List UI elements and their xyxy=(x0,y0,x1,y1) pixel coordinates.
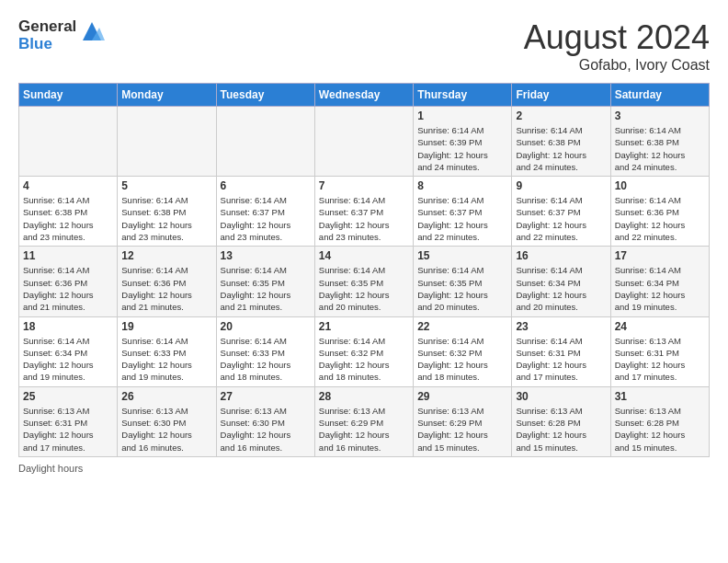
day-number: 29 xyxy=(417,390,507,403)
day-number: 18 xyxy=(23,320,113,333)
day-info: Sunrise: 6:14 AM Sunset: 6:38 PM Dayligh… xyxy=(23,194,113,243)
day-number: 4 xyxy=(23,179,113,192)
day-header-monday: Monday xyxy=(118,84,216,107)
day-number: 27 xyxy=(221,390,311,403)
calendar-cell: 29Sunrise: 6:13 AM Sunset: 6:29 PM Dayli… xyxy=(414,386,512,456)
day-info: Sunrise: 6:13 AM Sunset: 6:30 PM Dayligh… xyxy=(221,405,311,454)
day-info: Sunrise: 6:14 AM Sunset: 6:32 PM Dayligh… xyxy=(417,335,507,384)
day-info: Sunrise: 6:14 AM Sunset: 6:35 PM Dayligh… xyxy=(221,264,311,313)
calendar-cell: 31Sunrise: 6:13 AM Sunset: 6:28 PM Dayli… xyxy=(610,386,709,456)
day-info: Sunrise: 6:13 AM Sunset: 6:31 PM Dayligh… xyxy=(615,335,705,384)
day-number: 23 xyxy=(516,320,606,333)
day-info: Sunrise: 6:14 AM Sunset: 6:37 PM Dayligh… xyxy=(221,194,311,243)
day-info: Sunrise: 6:13 AM Sunset: 6:31 PM Dayligh… xyxy=(23,405,113,454)
calendar-cell: 3Sunrise: 6:14 AM Sunset: 6:38 PM Daylig… xyxy=(610,107,709,177)
day-number: 5 xyxy=(121,179,211,192)
calendar-cell: 7Sunrise: 6:14 AM Sunset: 6:37 PM Daylig… xyxy=(314,177,413,247)
calendar-cell xyxy=(118,107,216,177)
logo: General Blue xyxy=(18,18,105,52)
calendar-cell: 16Sunrise: 6:14 AM Sunset: 6:34 PM Dayli… xyxy=(512,247,610,316)
calendar-week-row: 11Sunrise: 6:14 AM Sunset: 6:36 PM Dayli… xyxy=(19,247,710,316)
day-number: 1 xyxy=(417,109,507,122)
day-number: 21 xyxy=(319,320,409,333)
calendar-cell: 9Sunrise: 6:14 AM Sunset: 6:37 PM Daylig… xyxy=(512,177,610,247)
day-info: Sunrise: 6:14 AM Sunset: 6:35 PM Dayligh… xyxy=(319,264,409,313)
day-info: Sunrise: 6:14 AM Sunset: 6:36 PM Dayligh… xyxy=(121,264,211,313)
day-info: Sunrise: 6:14 AM Sunset: 6:31 PM Dayligh… xyxy=(516,335,606,384)
day-header-sunday: Sunday xyxy=(19,84,118,107)
calendar-cell: 5Sunrise: 6:14 AM Sunset: 6:38 PM Daylig… xyxy=(118,177,216,247)
calendar-cell: 20Sunrise: 6:14 AM Sunset: 6:33 PM Dayli… xyxy=(216,316,314,386)
calendar-cell: 24Sunrise: 6:13 AM Sunset: 6:31 PM Dayli… xyxy=(610,316,709,386)
calendar-cell: 23Sunrise: 6:14 AM Sunset: 6:31 PM Dayli… xyxy=(512,316,610,386)
day-header-thursday: Thursday xyxy=(414,84,512,107)
day-number: 17 xyxy=(615,249,705,262)
calendar-cell: 26Sunrise: 6:13 AM Sunset: 6:30 PM Dayli… xyxy=(118,386,216,456)
day-header-saturday: Saturday xyxy=(610,84,709,107)
calendar-cell xyxy=(19,107,118,177)
month-title: August 2024 xyxy=(524,18,710,57)
day-info: Sunrise: 6:14 AM Sunset: 6:34 PM Dayligh… xyxy=(516,264,606,313)
calendar-cell: 1Sunrise: 6:14 AM Sunset: 6:39 PM Daylig… xyxy=(414,107,512,177)
calendar-cell: 30Sunrise: 6:13 AM Sunset: 6:28 PM Dayli… xyxy=(512,386,610,456)
day-number: 15 xyxy=(417,249,507,262)
day-info: Sunrise: 6:14 AM Sunset: 6:34 PM Dayligh… xyxy=(615,264,705,313)
logo-icon xyxy=(79,18,105,44)
day-info: Sunrise: 6:14 AM Sunset: 6:38 PM Dayligh… xyxy=(516,124,606,173)
calendar-cell: 19Sunrise: 6:14 AM Sunset: 6:33 PM Dayli… xyxy=(118,316,216,386)
day-info: Sunrise: 6:14 AM Sunset: 6:32 PM Dayligh… xyxy=(319,335,409,384)
subtitle: Gofabo, Ivory Coast xyxy=(524,57,710,74)
day-info: Sunrise: 6:13 AM Sunset: 6:28 PM Dayligh… xyxy=(615,405,705,454)
day-number: 7 xyxy=(319,179,409,192)
day-number: 25 xyxy=(23,390,113,403)
day-info: Sunrise: 6:13 AM Sunset: 6:30 PM Dayligh… xyxy=(121,405,211,454)
day-number: 8 xyxy=(417,179,507,192)
calendar-cell: 4Sunrise: 6:14 AM Sunset: 6:38 PM Daylig… xyxy=(19,177,118,247)
logo-text: General Blue xyxy=(18,18,105,52)
day-number: 14 xyxy=(319,249,409,262)
calendar-cell xyxy=(216,107,314,177)
calendar-cell: 10Sunrise: 6:14 AM Sunset: 6:36 PM Dayli… xyxy=(610,177,709,247)
day-number: 30 xyxy=(516,390,606,403)
calendar-cell: 11Sunrise: 6:14 AM Sunset: 6:36 PM Dayli… xyxy=(19,247,118,316)
calendar-cell: 25Sunrise: 6:13 AM Sunset: 6:31 PM Dayli… xyxy=(19,386,118,456)
day-info: Sunrise: 6:14 AM Sunset: 6:39 PM Dayligh… xyxy=(417,124,507,173)
calendar-cell: 28Sunrise: 6:13 AM Sunset: 6:29 PM Dayli… xyxy=(314,386,413,456)
header: General Blue August 2024 Gofabo, Ivory C… xyxy=(18,18,710,74)
day-number: 24 xyxy=(615,320,705,333)
calendar-cell: 27Sunrise: 6:13 AM Sunset: 6:30 PM Dayli… xyxy=(216,386,314,456)
calendar-week-row: 4Sunrise: 6:14 AM Sunset: 6:38 PM Daylig… xyxy=(19,177,710,247)
calendar-cell xyxy=(314,107,413,177)
day-info: Sunrise: 6:13 AM Sunset: 6:29 PM Dayligh… xyxy=(417,405,507,454)
day-info: Sunrise: 6:14 AM Sunset: 6:37 PM Dayligh… xyxy=(319,194,409,243)
day-info: Sunrise: 6:14 AM Sunset: 6:33 PM Dayligh… xyxy=(121,335,211,384)
day-info: Sunrise: 6:13 AM Sunset: 6:29 PM Dayligh… xyxy=(319,405,409,454)
day-info: Sunrise: 6:14 AM Sunset: 6:36 PM Dayligh… xyxy=(23,264,113,313)
day-number: 2 xyxy=(516,109,606,122)
calendar-table: SundayMondayTuesdayWednesdayThursdayFrid… xyxy=(18,83,710,457)
calendar-cell: 14Sunrise: 6:14 AM Sunset: 6:35 PM Dayli… xyxy=(314,247,413,316)
calendar-cell: 13Sunrise: 6:14 AM Sunset: 6:35 PM Dayli… xyxy=(216,247,314,316)
day-number: 13 xyxy=(221,249,311,262)
day-number: 9 xyxy=(516,179,606,192)
calendar-cell: 12Sunrise: 6:14 AM Sunset: 6:36 PM Dayli… xyxy=(118,247,216,316)
day-info: Sunrise: 6:14 AM Sunset: 6:34 PM Dayligh… xyxy=(23,335,113,384)
day-header-tuesday: Tuesday xyxy=(216,84,314,107)
day-number: 16 xyxy=(516,249,606,262)
day-info: Sunrise: 6:13 AM Sunset: 6:28 PM Dayligh… xyxy=(516,405,606,454)
day-number: 6 xyxy=(221,179,311,192)
day-number: 19 xyxy=(121,320,211,333)
calendar-cell: 6Sunrise: 6:14 AM Sunset: 6:37 PM Daylig… xyxy=(216,177,314,247)
calendar-cell: 21Sunrise: 6:14 AM Sunset: 6:32 PM Dayli… xyxy=(314,316,413,386)
calendar-week-row: 18Sunrise: 6:14 AM Sunset: 6:34 PM Dayli… xyxy=(19,316,710,386)
day-number: 10 xyxy=(615,179,705,192)
logo-general: General xyxy=(18,18,76,36)
day-number: 3 xyxy=(615,109,705,122)
day-number: 22 xyxy=(417,320,507,333)
day-info: Sunrise: 6:14 AM Sunset: 6:38 PM Dayligh… xyxy=(121,194,211,243)
day-info: Sunrise: 6:14 AM Sunset: 6:36 PM Dayligh… xyxy=(615,194,705,243)
calendar-week-row: 1Sunrise: 6:14 AM Sunset: 6:39 PM Daylig… xyxy=(19,107,710,177)
day-number: 12 xyxy=(121,249,211,262)
calendar-week-row: 25Sunrise: 6:13 AM Sunset: 6:31 PM Dayli… xyxy=(19,386,710,456)
calendar-cell: 2Sunrise: 6:14 AM Sunset: 6:38 PM Daylig… xyxy=(512,107,610,177)
